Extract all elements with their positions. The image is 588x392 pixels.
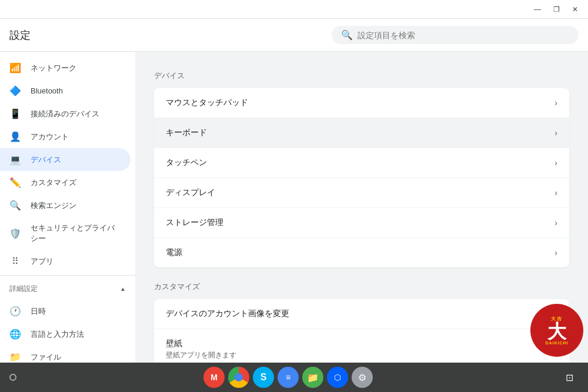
account-image-item[interactable]: デバイスのアカウント画像を変更 › — [154, 299, 569, 329]
sidebar-item-bluetooth[interactable]: 🔷 Bluetooth — [0, 79, 131, 102]
search-icon: 🔍 — [341, 29, 353, 41]
wallpaper-text: 壁紙 壁紙アプリを開きます — [166, 339, 236, 360]
clock-icon: 🕐 — [9, 306, 21, 317]
taskbar-icons: M S ≡ 📁 ⬡ ⚙ — [203, 367, 373, 388]
display-label: ディスプレイ — [166, 187, 215, 198]
settings-icon[interactable]: ⚙ — [352, 367, 373, 388]
sidebar-item-label: セキュリティとプライバシー — [31, 223, 121, 244]
window-controls: — ❐ ✕ — [529, 3, 583, 16]
watermark-sub: DAIKICHI — [545, 341, 568, 345]
close-button[interactable]: ✕ — [567, 3, 583, 16]
advanced-section-label: 詳細設定 — [9, 284, 38, 294]
bluetooth-icon: 🔷 — [9, 85, 21, 96]
titlebar: — ❐ ✕ — [0, 0, 588, 19]
mouse-item[interactable]: マウスとタッチパッド › — [154, 88, 569, 118]
keyboard-item[interactable]: キーボード › — [154, 118, 569, 148]
sidebar-item-label: デバイス — [31, 155, 61, 165]
tablet-icon: 📱 — [9, 108, 21, 119]
sidebar-item-label: カスタマイズ — [31, 177, 76, 188]
wallpaper-sub: 壁紙アプリを開きます — [166, 350, 236, 360]
sidebar-item-connected-devices[interactable]: 📱 接続済みのデバイス — [0, 102, 131, 125]
device-card: マウスとタッチパッド › キーボード › タッチペン › ディスプレイ › スト… — [154, 88, 569, 267]
globe-icon: 🌐 — [9, 329, 21, 340]
sidebar-item-search-engine[interactable]: 🔍 検索エンジン — [0, 194, 131, 217]
search-bar: 🔍 — [332, 26, 579, 44]
search-input[interactable] — [358, 31, 569, 40]
mouse-label: マウスとタッチパッド — [166, 98, 248, 108]
taskbar-circle — [9, 374, 16, 381]
section-title-device: デバイス — [154, 71, 569, 81]
person-icon: 👤 — [9, 131, 21, 142]
dropbox-icon[interactable]: ⬡ — [327, 367, 348, 388]
sidebar-item-language[interactable]: 🌐 言語と入力方法 — [0, 323, 131, 346]
sidebar-item-label: ファイル — [31, 352, 61, 363]
storage-item[interactable]: ストレージ管理 › — [154, 208, 569, 238]
section-title-customize: カスタマイズ — [154, 282, 569, 292]
sidebar-item-account[interactable]: 👤 アカウント — [0, 125, 131, 148]
folder-icon: 📁 — [9, 351, 21, 363]
taskbar-right: ⊡ — [560, 368, 579, 387]
chevron-up-icon: ▲ — [120, 286, 126, 292]
laptop-icon: 💻 — [9, 154, 21, 165]
watermark-badge: 大吉 大 DAIKICHI — [530, 304, 583, 357]
main-content: デバイス マウスとタッチパッド › キーボード › タッチペン › ディスプレイ… — [135, 52, 588, 363]
grid-icon: ⠿ — [9, 256, 21, 267]
shield-icon: 🛡️ — [9, 228, 21, 239]
files-icon[interactable]: 📁 — [302, 367, 323, 388]
account-image-label: デバイスのアカウント画像を変更 — [166, 309, 289, 319]
watermark-circle: 大吉 大 DAIKICHI — [530, 304, 583, 357]
display-item[interactable]: ディスプレイ › — [154, 178, 569, 208]
taskbar-left — [9, 374, 16, 381]
search-icon: 🔍 — [9, 200, 21, 211]
sidebar: 📶 ネットワーク 🔷 Bluetooth 📱 接続済みのデバイス 👤 アカウント… — [0, 52, 135, 363]
sidebar-item-label: Bluetooth — [31, 86, 63, 95]
chevron-right-icon: › — [554, 188, 557, 197]
chevron-right-icon: › — [554, 218, 557, 227]
keyboard-label: キーボード — [166, 128, 207, 138]
watermark-main: 大 — [547, 322, 566, 341]
sidebar-item-label: アプリ — [31, 256, 54, 267]
pip-icon[interactable]: ⊡ — [560, 368, 579, 387]
header: 設定 🔍 — [0, 19, 588, 52]
chevron-right-icon: › — [554, 128, 557, 138]
skype-icon[interactable]: S — [253, 367, 274, 388]
sidebar-item-label: 日時 — [31, 306, 46, 317]
taskbar: M S ≡ 📁 ⬡ ⚙ ⊡ — [0, 363, 588, 392]
chevron-right-icon: › — [554, 248, 557, 257]
sidebar-item-security[interactable]: 🛡️ セキュリティとプライバシー — [0, 217, 131, 250]
stylus-label: タッチペン — [166, 158, 207, 168]
sidebar-item-label: 検索エンジン — [31, 200, 76, 211]
stylus-item[interactable]: タッチペン › — [154, 148, 569, 178]
sidebar-item-label: 接続済みのデバイス — [31, 109, 99, 119]
gmail-icon[interactable]: M — [203, 367, 225, 388]
sidebar-divider — [0, 275, 135, 276]
minimize-button[interactable]: — — [529, 3, 546, 16]
sidebar-item-network[interactable]: 📶 ネットワーク — [0, 56, 131, 79]
power-item[interactable]: 電源 › — [154, 238, 569, 267]
sidebar-item-customize[interactable]: ✏️ カスタマイズ — [0, 171, 131, 194]
sidebar-item-label: ネットワーク — [31, 63, 76, 73]
app-container: 設定 🔍 📶 ネットワーク 🔷 Bluetooth 📱 接続済みのデバイス 👤 — [0, 19, 588, 392]
sidebar-item-apps[interactable]: ⠿ アプリ — [0, 250, 131, 273]
power-label: 電源 — [166, 247, 182, 258]
advanced-section-toggle[interactable]: 詳細設定 ▲ — [0, 278, 135, 300]
wifi-icon: 📶 — [9, 62, 21, 73]
storage-label: ストレージ管理 — [166, 217, 223, 228]
sidebar-item-files[interactable]: 📁 ファイル — [0, 346, 131, 363]
pen-icon: ✏️ — [9, 177, 21, 188]
wallpaper-label: 壁紙 — [166, 339, 236, 349]
restore-button[interactable]: ❐ — [548, 3, 564, 16]
chrome-icon[interactable] — [228, 367, 249, 388]
sidebar-item-label: アカウント — [31, 132, 69, 142]
sidebar-item-label: 言語と入力方法 — [31, 329, 84, 340]
wallpaper-item[interactable]: 壁紙 壁紙アプリを開きます ⬡ — [154, 329, 569, 363]
sidebar-item-datetime[interactable]: 🕐 日時 — [0, 300, 131, 323]
chevron-right-icon: › — [554, 98, 557, 108]
customize-card: デバイスのアカウント画像を変更 › 壁紙 壁紙アプリを開きます ⬡ — [154, 299, 569, 363]
body: 📶 ネットワーク 🔷 Bluetooth 📱 接続済みのデバイス 👤 アカウント… — [0, 52, 588, 363]
docs-icon[interactable]: ≡ — [278, 367, 299, 388]
sidebar-item-device[interactable]: 💻 デバイス — [0, 148, 131, 171]
chevron-right-icon: › — [554, 158, 557, 167]
page-title: 設定 — [9, 28, 56, 42]
